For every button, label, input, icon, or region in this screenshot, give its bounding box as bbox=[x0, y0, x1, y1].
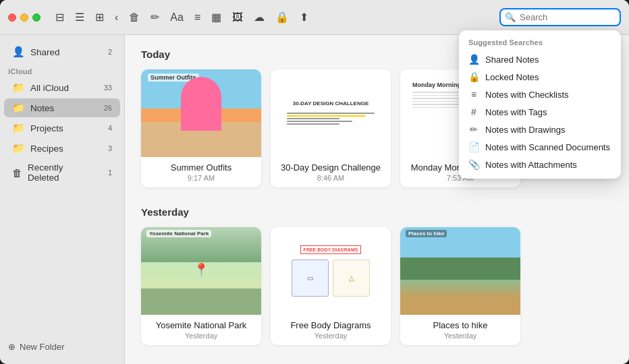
note-card-places-hike[interactable]: Places to hike Places to hike Yesterday bbox=[400, 227, 520, 345]
folder-icon-recipes: 📁 bbox=[12, 142, 25, 154]
sidebar-label-projects: Projects bbox=[30, 123, 94, 133]
note-name-hike: Places to hike bbox=[407, 320, 514, 330]
sidebar-label-notes: Notes bbox=[30, 103, 94, 113]
sidebar-badge-recently-deleted: 1 bbox=[100, 169, 112, 177]
dropdown-item-drawings[interactable]: ✏ Notes with Drawings bbox=[459, 121, 621, 138]
sidebar-footer: ⊕ New Folder bbox=[0, 336, 124, 357]
traffic-lights bbox=[8, 13, 40, 22]
note-time-yosemite: Yesterday bbox=[148, 332, 254, 340]
toolbar: ⊟ ☰ ⊞ ‹ 🗑 ✏ Aa ≡ ▦ 🖼 ☁ 🔒 ⬆ 🔍 Suggested S… bbox=[0, 0, 629, 35]
compose-button[interactable]: ✏ bbox=[146, 8, 163, 26]
note-info-design: 30-Day Design Challenge 8:46 AM bbox=[271, 157, 391, 187]
note-info-hike: Places to hike Yesterday bbox=[400, 315, 520, 345]
checklists-icon: ≡ bbox=[468, 89, 479, 100]
tags-icon: # bbox=[468, 107, 479, 117]
note-thumbnail-summer: Summer Outfits bbox=[141, 69, 261, 157]
dropdown-label-scanned: Notes with Scanned Documents bbox=[485, 142, 610, 152]
dropdown-item-checklists[interactable]: ≡ Notes with Checklists bbox=[459, 86, 621, 103]
dropdown-item-shared-notes[interactable]: 👤 Shared Notes bbox=[459, 51, 621, 68]
close-button[interactable] bbox=[8, 13, 16, 22]
design-line-5 bbox=[287, 123, 339, 125]
design-image: 30-Day Design Challenge bbox=[271, 69, 391, 157]
sidebar-badge-notes: 26 bbox=[100, 104, 112, 112]
shared-icon: 👤 bbox=[12, 46, 25, 58]
attachments-icon: 📎 bbox=[468, 159, 479, 170]
sidebar-label-all-icloud: All iCloud bbox=[30, 83, 94, 93]
search-dropdown: Suggested Searches 👤 Shared Notes 🔒 Lock… bbox=[459, 30, 621, 179]
design-line-3 bbox=[287, 118, 339, 119]
note-info-yosemite: Yosemite National Park Yesterday bbox=[141, 315, 261, 345]
yesterday-section-title: Yesterday bbox=[141, 206, 613, 218]
dropdown-item-locked-notes[interactable]: 🔒 Locked Notes bbox=[459, 68, 621, 86]
dropdown-item-tags[interactable]: # Notes with Tags bbox=[459, 103, 621, 121]
monday-line-6 bbox=[412, 107, 460, 109]
note-time-hike: Yesterday bbox=[407, 332, 514, 340]
note-name-fbd: Free Body Diagrams bbox=[277, 320, 384, 330]
checklist-button[interactable]: ≡ bbox=[190, 9, 204, 26]
fbd-diagram-2: △ bbox=[333, 260, 370, 297]
fullscreen-button[interactable] bbox=[32, 13, 40, 22]
sidebar-item-notes[interactable]: 📁 Notes 26 bbox=[4, 98, 120, 117]
design-line-2 bbox=[287, 115, 366, 117]
share-button[interactable]: ⬆ bbox=[296, 8, 312, 26]
back-button[interactable]: ‹ bbox=[111, 9, 122, 26]
sidebar-item-recipes[interactable]: 📁 Recipes 3 bbox=[4, 139, 120, 158]
summer-header-label: Summer Outfits bbox=[148, 73, 199, 82]
note-thumbnail-yosemite: Yosemite National Park bbox=[141, 227, 261, 315]
dropdown-item-attachments[interactable]: 📎 Notes with Attachments bbox=[459, 156, 621, 173]
drawings-icon: ✏ bbox=[468, 124, 479, 135]
sidebar-item-projects[interactable]: 📁 Projects 4 bbox=[4, 119, 120, 138]
note-name-design: 30-Day Design Challenge bbox=[277, 162, 384, 173]
note-card-design-challenge[interactable]: 30-Day Design Challenge 30-Day Design bbox=[271, 69, 391, 187]
note-name-yosemite: Yosemite National Park bbox=[148, 320, 254, 330]
minimize-button[interactable] bbox=[20, 13, 28, 22]
note-time-summer: 9:17 AM bbox=[148, 174, 254, 182]
format-button[interactable]: Aa bbox=[166, 9, 188, 26]
dropdown-label-attachments: Notes with Attachments bbox=[485, 160, 577, 170]
note-time-fbd: Yesterday bbox=[277, 332, 384, 340]
dropdown-label-drawings: Notes with Drawings bbox=[485, 125, 566, 135]
folder-icon-projects: 📁 bbox=[12, 122, 25, 134]
design-line-4 bbox=[287, 121, 352, 122]
sidebar-badge-all-icloud: 33 bbox=[100, 84, 112, 92]
shared-notes-icon: 👤 bbox=[468, 54, 479, 65]
sidebar-badge-recipes: 3 bbox=[100, 144, 112, 152]
fbd-header-label: Free Body Diagrams bbox=[300, 245, 362, 254]
sidebar-item-shared[interactable]: 👤 Shared 2 bbox=[4, 42, 120, 61]
fbd-diagram-1: ▭ bbox=[292, 260, 329, 297]
new-folder-button[interactable]: ⊕ New Folder bbox=[8, 342, 64, 352]
delete-button[interactable]: 🗑 bbox=[125, 9, 144, 26]
yosemite-header-label: Yosemite National Park bbox=[146, 230, 211, 237]
note-card-fbd[interactable]: Free Body Diagrams ▭ △ Free Body Diagram… bbox=[271, 227, 391, 345]
note-card-yosemite[interactable]: Yosemite National Park Yosemite National… bbox=[141, 227, 261, 345]
collaborate-button[interactable]: ☁ bbox=[250, 8, 269, 26]
folder-icon-notes: 📁 bbox=[12, 102, 25, 114]
sidebar-toggle-button[interactable]: ⊟ bbox=[51, 8, 68, 26]
new-folder-label: New Folder bbox=[20, 342, 64, 352]
fbd-diagrams: ▭ △ bbox=[292, 260, 370, 297]
sidebar-item-all-icloud[interactable]: 📁 All iCloud 33 bbox=[4, 78, 120, 97]
yosemite-image: Yosemite National Park bbox=[141, 227, 261, 315]
table-button[interactable]: ▦ bbox=[207, 8, 225, 26]
hike-header-label: Places to hike bbox=[406, 230, 447, 237]
dropdown-label-tags: Notes with Tags bbox=[485, 107, 547, 117]
note-name-summer: Summer Outfits bbox=[148, 162, 254, 173]
sidebar-item-recently-deleted[interactable]: 🗑 Recently Deleted 1 bbox=[4, 159, 120, 186]
sidebar-label-shared: Shared bbox=[30, 47, 94, 57]
sidebar-section-icloud: iCloud bbox=[0, 62, 124, 78]
lock-button[interactable]: 🔒 bbox=[271, 8, 293, 26]
design-line-1 bbox=[287, 113, 375, 114]
trash-icon: 🗑 bbox=[12, 167, 22, 179]
sidebar-badge-projects: 4 bbox=[100, 124, 112, 132]
grid-view-button[interactable]: ⊞ bbox=[91, 8, 108, 26]
new-folder-icon: ⊕ bbox=[8, 342, 16, 352]
media-button[interactable]: 🖼 bbox=[228, 9, 247, 26]
note-card-summer-outfits[interactable]: Summer Outfits Summer Outfits 9:17 AM bbox=[141, 69, 261, 187]
sidebar: 👤 Shared 2 iCloud 📁 All iCloud 33 📁 Note… bbox=[0, 35, 125, 364]
search-input[interactable] bbox=[499, 8, 621, 26]
note-time-design: 8:46 AM bbox=[277, 174, 384, 182]
list-view-button[interactable]: ☰ bbox=[71, 8, 88, 26]
dropdown-item-scanned[interactable]: 📄 Notes with Scanned Documents bbox=[459, 138, 621, 156]
dropdown-label-shared-notes: Shared Notes bbox=[485, 55, 539, 65]
search-container: 🔍 Suggested Searches 👤 Shared Notes 🔒 Lo… bbox=[499, 8, 621, 26]
